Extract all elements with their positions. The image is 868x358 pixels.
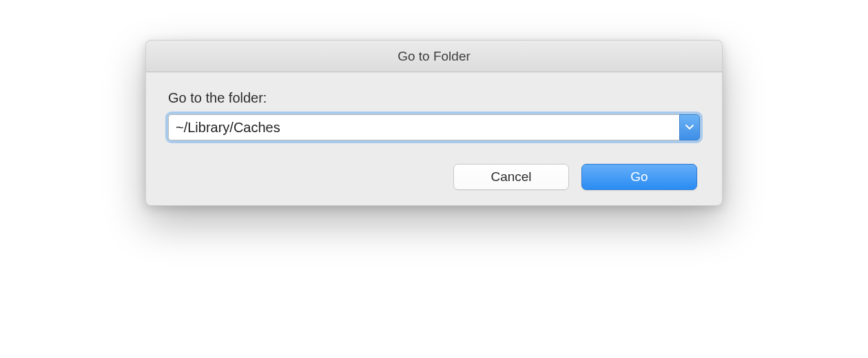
path-combo xyxy=(168,114,700,140)
titlebar: Go to Folder xyxy=(146,41,722,72)
go-button[interactable]: Go xyxy=(581,164,697,190)
dialog-title: Go to Folder xyxy=(397,49,471,64)
go-to-folder-dialog: Go to Folder Go to the folder: Cancel Go xyxy=(145,40,723,206)
path-input[interactable] xyxy=(168,114,679,140)
button-row: Cancel Go xyxy=(168,164,700,190)
path-label: Go to the folder: xyxy=(168,90,700,106)
path-dropdown-button[interactable] xyxy=(679,114,700,140)
dialog-content: Go to the folder: Cancel Go xyxy=(146,72,722,205)
chevron-down-icon xyxy=(685,121,694,134)
cancel-button[interactable]: Cancel xyxy=(453,164,569,190)
